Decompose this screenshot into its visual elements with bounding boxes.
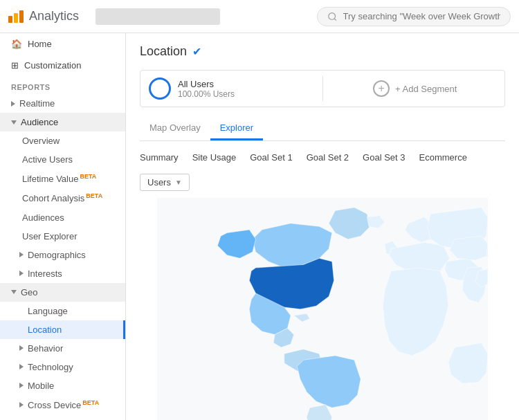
lifetime-value-label: Lifetime ValueBETA xyxy=(22,173,96,184)
mobile-arrow-icon xyxy=(19,383,24,388)
svg-point-0 xyxy=(329,12,336,19)
mobile-label: Mobile xyxy=(28,381,54,391)
sidebar-item-cross-device[interactable]: Cross DeviceBETA xyxy=(0,395,125,414)
segment-item-all-users[interactable]: All Users 100.00% Users xyxy=(149,77,311,100)
sidebar-item-home[interactable]: 🏠 Home xyxy=(0,33,125,55)
segment-name: All Users xyxy=(178,79,235,89)
audience-arrow-icon xyxy=(11,120,17,125)
page-title: Location xyxy=(140,44,187,59)
header: Analytics xyxy=(0,0,519,33)
logo-bar-3 xyxy=(19,10,24,23)
geo-arrow-icon xyxy=(11,290,17,294)
sidebar-item-active-users[interactable]: Active Users xyxy=(0,150,125,169)
app-title: Analytics xyxy=(29,9,79,24)
sidebar-item-audiences[interactable]: Audiences xyxy=(0,208,125,227)
audience-label: Audience xyxy=(21,117,58,127)
sidebar-item-overview[interactable]: Overview xyxy=(0,131,125,150)
sidebar-customization-label: Customization xyxy=(24,60,81,71)
add-segment-button[interactable]: + + Add Segment xyxy=(334,80,497,97)
segment-pct: 100.00% Users xyxy=(178,89,235,99)
sidebar-item-language[interactable]: Language xyxy=(0,302,125,320)
logo-bar-2 xyxy=(14,13,18,23)
sidebar-item-cohort-analysis[interactable]: Cohort AnalysisBETA xyxy=(0,188,125,208)
tab-map-overlay[interactable]: Map Overlay xyxy=(140,117,210,140)
page-title-row: Location ✔ xyxy=(140,44,505,59)
language-label: Language xyxy=(28,306,68,316)
sub-tab-goal-set-3[interactable]: Goal Set 3 xyxy=(363,149,405,165)
cross-device-label: Cross DeviceBETA xyxy=(28,399,99,410)
demographics-label: Demographics xyxy=(28,250,86,260)
search-input[interactable] xyxy=(343,11,500,21)
reports-label: REPORTS xyxy=(0,76,125,94)
demographics-arrow-icon xyxy=(19,252,24,257)
users-dropdown[interactable]: Users ▼ xyxy=(140,174,190,191)
cross-device-arrow-icon xyxy=(19,402,24,408)
behavior-label: Behavior xyxy=(28,343,63,354)
sub-tab-summary[interactable]: Summary xyxy=(140,149,179,165)
interests-label: Interests xyxy=(28,268,62,279)
realtime-label: Realtime xyxy=(19,98,55,109)
segment-bar: All Users 100.00% Users + + Add Segment xyxy=(140,70,505,107)
sub-tab-site-usage[interactable]: Site Usage xyxy=(192,149,237,165)
body: 🏠 Home ⊞ Customization REPORTS Realtime … xyxy=(0,33,519,420)
segment-info: All Users 100.00% Users xyxy=(178,79,235,99)
users-dropdown-label: Users xyxy=(147,177,171,188)
customization-icon: ⊞ xyxy=(11,60,19,71)
location-label: Location xyxy=(28,325,62,335)
logo: Analytics xyxy=(8,9,79,24)
sidebar-item-demographics[interactable]: Demographics xyxy=(0,246,125,264)
sidebar-item-interests[interactable]: Interests xyxy=(0,264,125,283)
sidebar-item-technology[interactable]: Technology xyxy=(0,358,125,376)
sidebar-item-location[interactable]: Location xyxy=(0,320,125,339)
segment-circle xyxy=(149,77,171,100)
add-segment-label: + Add Segment xyxy=(395,84,457,94)
interests-arrow-icon xyxy=(19,271,24,276)
sidebar: 🏠 Home ⊞ Customization REPORTS Realtime … xyxy=(0,33,126,420)
audiences-label: Audiences xyxy=(22,212,64,223)
sidebar-item-audience[interactable]: Audience xyxy=(0,113,125,131)
realtime-arrow-icon xyxy=(11,101,15,107)
technology-arrow-icon xyxy=(19,364,24,369)
search-bar[interactable] xyxy=(317,7,511,26)
behavior-arrow-icon xyxy=(19,345,24,351)
geo-label: Geo xyxy=(21,287,38,298)
tabs-row: Map Overlay Explorer xyxy=(140,117,505,141)
sidebar-item-behavior[interactable]: Behavior xyxy=(0,339,125,358)
svg-line-1 xyxy=(334,18,336,20)
segment-divider xyxy=(322,76,323,101)
map-container: 1 950 xyxy=(140,198,505,420)
user-explorer-label: User Explorer xyxy=(22,231,77,241)
logo-bar-1 xyxy=(8,16,12,23)
sidebar-home-label: Home xyxy=(28,39,52,49)
active-users-label: Active Users xyxy=(22,154,73,165)
cohort-beta-badge: BETA xyxy=(86,192,102,199)
cross-device-beta-badge: BETA xyxy=(82,399,99,406)
account-selector[interactable] xyxy=(95,8,220,25)
cohort-analysis-label: Cohort AnalysisBETA xyxy=(22,192,102,203)
dropdown-caret-icon: ▼ xyxy=(175,179,182,186)
sidebar-item-mobile[interactable]: Mobile xyxy=(0,376,125,395)
main-content: Location ✔ All Users 100.00% Users + + A… xyxy=(126,33,519,420)
logo-icon xyxy=(8,10,24,23)
sub-tabs-row: Summary Site Usage Goal Set 1 Goal Set 2… xyxy=(140,149,505,165)
sidebar-item-realtime[interactable]: Realtime xyxy=(0,94,125,113)
sub-tab-goal-set-1[interactable]: Goal Set 1 xyxy=(250,149,292,165)
sub-tab-goal-set-2[interactable]: Goal Set 2 xyxy=(307,149,349,165)
sub-tab-ecommerce[interactable]: Ecommerce xyxy=(419,149,467,165)
search-icon xyxy=(327,11,338,22)
world-map-svg xyxy=(140,198,505,420)
home-icon: 🏠 xyxy=(11,39,22,49)
sidebar-item-user-explorer[interactable]: User Explorer xyxy=(0,227,125,246)
sidebar-item-lifetime-value[interactable]: Lifetime ValueBETA xyxy=(0,169,125,188)
sidebar-item-customization[interactable]: ⊞ Customization xyxy=(0,55,125,76)
sidebar-item-custom[interactable]: Custom xyxy=(0,414,125,420)
overview-label: Overview xyxy=(22,136,60,146)
sidebar-item-geo[interactable]: Geo xyxy=(0,283,125,302)
tab-explorer[interactable]: Explorer xyxy=(210,117,263,140)
lifetime-beta-badge: BETA xyxy=(80,173,96,180)
verified-icon: ✔ xyxy=(192,45,201,58)
add-segment-circle-icon: + xyxy=(373,80,390,97)
technology-label: Technology xyxy=(28,362,73,372)
